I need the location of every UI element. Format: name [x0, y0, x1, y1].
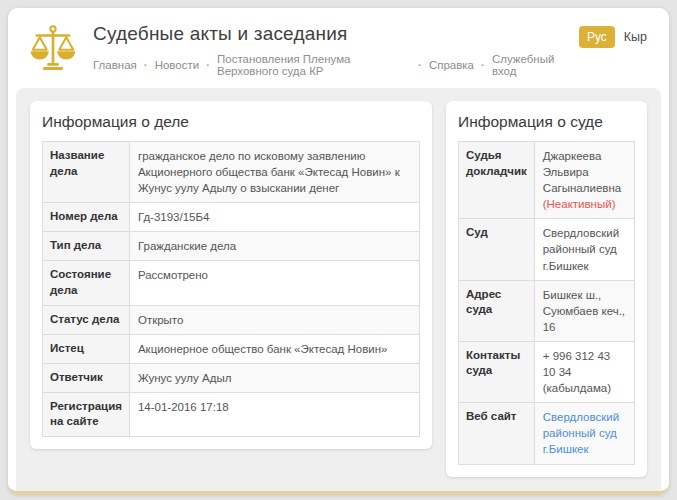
row-value: гражданское дело по исковому заявлению А… — [129, 142, 419, 203]
row-label: Адрес суда — [459, 280, 535, 341]
row-value: Джаркеева Эльвира Сагыналиевна (Неактивн… — [534, 142, 634, 219]
row-value: Акционерное общество банк «Эктесад Новин… — [129, 334, 419, 363]
court-info-card: Информация о суде Судья докладчик Джарке… — [446, 101, 647, 477]
language-switcher: Рус Кыр — [579, 26, 647, 48]
table-row: Номер дела Гд-3193/15Б4 — [43, 203, 420, 232]
table-row: Состояние дела Рассмотрено — [43, 261, 420, 305]
row-value: Гд-3193/15Б4 — [129, 203, 419, 232]
row-value: Свердловский районный суд г.Бишкек — [534, 219, 634, 280]
nav-separator: · — [481, 59, 485, 71]
row-value: Жунус уулу Адыл — [129, 363, 419, 392]
page-title: Судебные акты и заседания — [93, 23, 564, 45]
case-info-card: Информация о деле Название дела гражданс… — [30, 101, 432, 449]
scales-of-justice-icon — [28, 24, 78, 76]
table-row: Судья докладчик Джаркеева Эльвира Сагына… — [459, 142, 635, 219]
court-website-link[interactable]: Свердловский районный суд г.Бишкек — [543, 411, 619, 455]
nav-separator: · — [206, 59, 210, 71]
header: Судебные акты и заседания Главная · Ново… — [8, 8, 669, 88]
row-value: Открыто — [129, 305, 419, 334]
table-row: Регистрация на сайте 14-01-2016 17:18 — [43, 392, 420, 436]
court-info-table: Судья докладчик Джаркеева Эльвира Сагына… — [458, 141, 635, 465]
row-label: Суд — [459, 219, 535, 280]
info-cards-row: Информация о деле Название дела гражданс… — [30, 101, 647, 477]
case-info-table: Название дела гражданское дело по исково… — [42, 141, 420, 437]
row-value: Свердловский районный суд г.Бишкек — [534, 403, 634, 464]
nav-item-staff-login[interactable]: Служебный вход — [492, 53, 564, 77]
row-label: Номер дела — [43, 203, 130, 232]
row-label: Ответчик — [43, 363, 130, 392]
header-main: Судебные акты и заседания Главная · Ново… — [93, 23, 564, 77]
row-label: Название дела — [43, 142, 130, 203]
row-label: Статус дела — [43, 305, 130, 334]
nav-item-plenum-resolutions[interactable]: Постановления Пленума Верховного суда КР — [217, 53, 411, 77]
table-row: Название дела гражданское дело по исково… — [43, 142, 420, 203]
table-row: Статус дела Открыто — [43, 305, 420, 334]
row-value: 14-01-2016 17:18 — [129, 392, 419, 436]
nav-item-home[interactable]: Главная — [93, 59, 137, 71]
row-value: Рассмотрено — [129, 261, 419, 305]
lang-rus-button[interactable]: Рус — [579, 26, 615, 48]
row-label: Контакты суда — [459, 341, 535, 402]
row-label: Веб сайт — [459, 403, 535, 464]
table-row: Суд Свердловский районный суд г.Бишкек — [459, 219, 635, 280]
table-row: Тип дела Гражданские дела — [43, 232, 420, 261]
row-label: Регистрация на сайте — [43, 392, 130, 436]
table-row: Адрес суда Бишкек ш., Суюмбаев кеч., 16 — [459, 280, 635, 341]
table-row: Контакты суда + 996 312 43 10 34 (кабылд… — [459, 341, 635, 402]
case-card-title: Информация о деле — [42, 113, 420, 131]
row-value: Бишкек ш., Суюмбаев кеч., 16 — [534, 280, 634, 341]
table-row: Истец Акционерное общество банк «Эктесад… — [43, 334, 420, 363]
nav-separator: · — [144, 59, 148, 71]
main-nav: Главная · Новости · Постановления Пленум… — [93, 53, 564, 77]
row-label: Тип дела — [43, 232, 130, 261]
judge-name: Джаркеева Эльвира Сагыналиевна — [543, 150, 621, 194]
table-row: Веб сайт Свердловский районный суд г.Биш… — [459, 403, 635, 464]
nav-separator: · — [418, 59, 422, 71]
row-label: Судья докладчик — [459, 142, 535, 219]
row-value: + 996 312 43 10 34 (кабылдама) — [534, 341, 634, 402]
page: Судебные акты и заседания Главная · Ново… — [8, 8, 669, 494]
row-label: Истец — [43, 334, 130, 363]
judge-status-badge: (Неактивный) — [543, 198, 616, 210]
row-label: Состояние дела — [43, 261, 130, 305]
content-section: Информация о деле Название дела гражданс… — [16, 88, 661, 494]
court-card-title: Информация о суде — [458, 113, 635, 131]
nav-item-news[interactable]: Новости — [155, 59, 200, 71]
nav-item-help[interactable]: Справка — [429, 59, 474, 71]
lang-kyr-button[interactable]: Кыр — [624, 30, 647, 44]
row-value: Гражданские дела — [129, 232, 419, 261]
table-row: Ответчик Жунус уулу Адыл — [43, 363, 420, 392]
